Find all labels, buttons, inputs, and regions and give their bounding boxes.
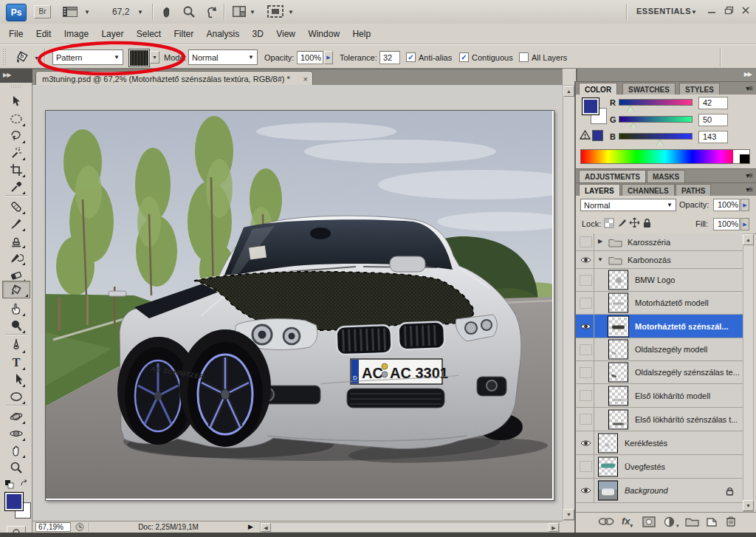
dock-collapse-icon[interactable]: ▶▶ [744,71,752,78]
layer-row-bmw-logo[interactable]: BMW Logo [576,269,743,292]
visibility-toggle[interactable] [577,269,594,291]
default-colors-icon[interactable] [4,479,16,491]
pattern-picker-arrow[interactable]: ▼ [150,51,159,64]
lock-transparency-icon[interactable] [604,218,614,230]
tool-paint-bucket-selected[interactable] [2,281,30,298]
new-group-button[interactable] [685,516,699,528]
opacity-slider-arrow[interactable]: ▶ [324,51,333,64]
zoom-level-value[interactable]: 67,2 [112,7,129,17]
document-size-info[interactable]: Doc: 2,25M/19,1M [92,523,245,531]
layer-row-kerekfestes[interactable]: Kerékfestés [576,431,743,455]
visibility-toggle[interactable] [577,408,594,431]
document-tab-close-icon[interactable]: × [303,72,308,86]
menu-layer[interactable]: Layer [101,24,134,44]
tool-move[interactable] [6,93,27,110]
restore-button[interactable] [722,6,735,17]
layer-thumbnail[interactable] [608,363,628,383]
visibility-toggle[interactable] [577,455,594,478]
foreground-color-swatch[interactable] [4,492,24,511]
channel-b-value[interactable]: 143 [698,131,728,143]
mode-select[interactable]: Normal ▼ [188,49,258,65]
layer-thumbnail[interactable] [608,316,628,336]
group-collapsed-arrow[interactable]: ▶ [598,238,602,244]
channel-g-value[interactable]: 50 [698,114,728,126]
screen-mode-button[interactable] [267,5,284,20]
lock-all-icon[interactable] [642,217,652,230]
minimize-button[interactable] [705,6,718,17]
tool-shape[interactable] [6,388,27,405]
tool-type[interactable]: T [6,354,27,371]
layer-row-oldalszegly-szenszalas[interactable]: Oldalszegély szénszálas te... [576,361,743,384]
layer-row-oldalszegly-modell[interactable]: Oldalszegély modell [576,338,743,361]
arrange-documents-button[interactable] [232,5,247,20]
canvas-area[interactable]: D AC AC 3301 [32,85,563,521]
opacity-input[interactable]: 100% [297,51,323,64]
layer-thumbnail[interactable] [598,481,618,501]
visibility-toggle[interactable] [577,292,594,314]
layer-thumbnail[interactable] [608,386,628,406]
delete-layer-button[interactable] [726,515,736,529]
tool-3d-rotate[interactable] [6,408,27,425]
tool-clone-stamp[interactable] [6,232,27,249]
arrange-documents-dropdown-arrow[interactable]: ▼ [250,9,255,16]
tool-path-selection[interactable] [6,371,27,388]
scroll-up-icon[interactable]: ▲ [563,86,574,97]
status-flyout-arrow[interactable]: ▶ [248,523,253,530]
fill-value[interactable]: 100% [713,218,740,230]
layers-opacity-value[interactable]: 100% [713,199,740,211]
menu-image[interactable]: Image [64,24,99,44]
document-canvas[interactable]: D AC AC 3301 [45,110,554,501]
layer-row-motorhazteto-modell[interactable]: Motorháztető modell [576,292,743,315]
color-foreground-swatch[interactable] [582,98,599,115]
menu-select[interactable]: Select [137,24,171,44]
layer-thumbnail[interactable] [608,409,628,429]
tool-elliptical-marquee[interactable] [6,110,27,127]
visibility-toggle[interactable] [577,479,594,502]
current-tool-icon[interactable] [13,48,32,67]
menu-filter[interactable]: Filter [174,24,205,44]
tab-adjustments[interactable]: ADJUSTMENTS [579,170,646,183]
layer-row-karosszeria[interactable]: ▶ Karosszéria [576,233,743,251]
view-extras-dropdown-arrow[interactable]: ▼ [84,9,90,16]
menu-help[interactable]: Help [352,24,381,44]
layer-row-elso-lokharito-szenszalas[interactable]: Első lökhárító szénszálas t... [576,408,743,431]
layers-opacity-slider-arrow[interactable]: ▶ [740,199,749,211]
layer-row-uvegfestes[interactable]: Üvegfestés [576,455,743,479]
menu-edit[interactable]: Edit [36,24,62,44]
all-layers-checkbox[interactable] [519,52,529,62]
channel-g-slider[interactable] [619,116,693,123]
layer-thumbnail[interactable] [608,340,628,360]
layer-row-karbonozas[interactable]: ▼ Karbonozás [576,251,743,269]
tool-spot-healing[interactable] [6,198,27,215]
tool-magic-wand[interactable] [6,144,27,161]
layers-panel-menu-icon[interactable]: ▾≡ [746,185,752,194]
tool-pen[interactable] [6,337,27,354]
visibility-toggle[interactable] [577,338,594,360]
adjustment-layer-button[interactable]: ▾ [664,516,679,529]
layer-thumbnail[interactable] [608,270,628,290]
hand-tool-button[interactable] [159,4,174,21]
tab-masks[interactable]: MASKS [647,170,685,183]
workspace-dropdown-arrow[interactable]: ▼ [691,9,697,16]
menu-view[interactable]: View [276,24,306,44]
workspace-switcher[interactable]: ESSENTIALS [636,7,691,16]
color-spectrum-ramp[interactable] [580,149,750,164]
menu-analysis[interactable]: Analysis [207,24,250,44]
menu-file[interactable]: File [9,24,33,44]
tool-zoom[interactable] [6,459,27,476]
channel-b-slider[interactable] [619,133,693,140]
menu-window[interactable]: Window [308,24,350,44]
canvas-horizontal-scrollbar[interactable]: ◀ ▶ [260,522,560,533]
adjustments-panel-menu-icon[interactable]: ▾≡ [746,171,752,179]
menu-3d[interactable]: 3D [252,24,274,44]
channel-r-value[interactable]: 42 [698,97,728,109]
channel-g-slider-handle[interactable] [630,123,637,129]
gamut-color-swatch[interactable] [592,130,603,141]
layer-thumbnail[interactable] [608,293,628,313]
toolbox-grip[interactable] [10,84,22,88]
tool-brush[interactable] [6,215,27,232]
screen-mode-dropdown-arrow[interactable]: ▼ [288,9,294,16]
layers-scroll-down-icon[interactable]: ▼ [743,500,754,511]
options-bar-grip[interactable] [2,48,7,66]
scroll-right-icon[interactable]: ▶ [549,523,559,532]
